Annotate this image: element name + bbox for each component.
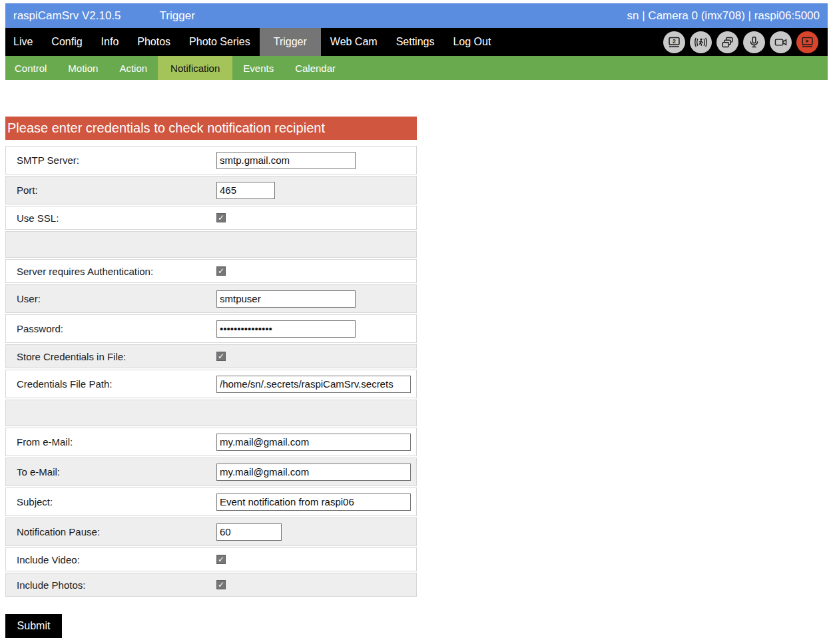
store-credentials-label: Store Credentials in File: <box>17 351 216 362</box>
user-label: User: <box>17 293 216 304</box>
subject-label: Subject: <box>17 496 216 507</box>
to-email-label: To e-Mail: <box>17 466 216 478</box>
subnav-item-calendar[interactable]: Calendar <box>284 56 346 80</box>
motion-detection-icon <box>690 31 712 53</box>
use-ssl-label: Use SSL: <box>17 212 216 224</box>
notification-settings-table: SMTP Server: Port: Use SSL: Server requi… <box>5 146 417 597</box>
notification-pause-input[interactable] <box>216 523 282 541</box>
from-email-input[interactable] <box>216 434 411 451</box>
include-video-label: Include Video: <box>17 554 216 565</box>
from-email-label: From e-Mail: <box>17 436 216 448</box>
to-email-input[interactable] <box>216 464 411 481</box>
smtp-server-label: SMTP Server: <box>17 155 216 166</box>
table-row: To e-Mail: <box>5 458 417 486</box>
table-row: User: <box>5 284 417 313</box>
table-row: Use SSL: <box>5 206 417 230</box>
password-input[interactable] <box>216 320 356 338</box>
use-ssl-checkbox[interactable] <box>216 213 226 222</box>
video-camera-icon <box>770 31 792 53</box>
title-bar: raspiCamSrv V2.10.5 Trigger sn | Camera … <box>5 3 828 28</box>
smtp-server-input[interactable] <box>216 152 356 169</box>
nav-item-log-out[interactable]: Log Out <box>443 28 500 56</box>
credentials-path-label: Credentials File Path: <box>17 378 216 390</box>
table-row: SMTP Server: <box>5 146 417 174</box>
nav-item-live[interactable]: Live <box>5 28 42 56</box>
nav-item-web-cam[interactable]: Web Cam <box>321 28 387 56</box>
include-photos-label: Include Photos: <box>17 579 216 591</box>
subject-input[interactable] <box>216 493 411 511</box>
nav-item-photos[interactable]: Photos <box>128 28 180 56</box>
subnav-item-control[interactable]: Control <box>5 56 57 80</box>
form-header-message: Please enter credentials to check notifi… <box>5 117 417 140</box>
table-row: Include Video: <box>5 547 417 571</box>
subnav-item-notification[interactable]: Notification <box>158 56 232 80</box>
port-label: Port: <box>17 184 216 196</box>
notification-form: Please enter credentials to check notifi… <box>5 117 417 638</box>
table-row: From e-Mail: <box>5 428 417 456</box>
second-display-icon: 2 <box>663 31 685 53</box>
nav-item-info[interactable]: Info <box>92 28 129 56</box>
table-row: Server requires Authentication: <box>5 259 417 283</box>
subnav-item-action[interactable]: Action <box>109 56 158 80</box>
nav-item-trigger[interactable]: Trigger <box>260 28 321 56</box>
user-input[interactable] <box>216 290 356 308</box>
table-row: Credentials File Path: <box>5 370 417 398</box>
live-stream-icon <box>796 31 818 53</box>
nav-item-settings[interactable]: Settings <box>387 28 444 56</box>
spacer-row <box>5 231 417 258</box>
table-row: Password: <box>5 314 417 343</box>
table-row: Notification Pause: <box>5 517 417 546</box>
server-auth-checkbox[interactable] <box>216 266 226 276</box>
svg-text:2: 2 <box>673 37 676 44</box>
submit-button[interactable]: Submit <box>5 614 62 638</box>
server-auth-label: Server requires Authentication: <box>17 266 216 277</box>
store-credentials-checkbox[interactable] <box>216 352 226 361</box>
nav-item-config[interactable]: Config <box>42 28 91 56</box>
status-icons: 2 <box>663 28 828 56</box>
nav-item-photo-series[interactable]: Photo Series <box>180 28 260 56</box>
spacer-row <box>5 400 417 426</box>
table-row: Include Photos: <box>5 573 417 597</box>
main-nav: Live Config Info Photos Photo Series Tri… <box>5 28 828 56</box>
trigger-subnav: Control Motion Action Notification Event… <box>5 56 828 80</box>
include-photos-checkbox[interactable] <box>216 580 226 589</box>
page-title: Trigger <box>160 9 195 23</box>
photo-series-icon <box>716 31 738 53</box>
table-row: Port: <box>5 176 417 204</box>
port-input[interactable] <box>216 182 275 199</box>
include-video-checkbox[interactable] <box>216 555 226 564</box>
password-label: Password: <box>17 323 216 334</box>
subnav-item-motion[interactable]: Motion <box>57 56 109 80</box>
credentials-path-input[interactable] <box>216 376 411 393</box>
notification-pause-label: Notification Pause: <box>17 526 216 537</box>
app-title: raspiCamSrv V2.10.5 <box>13 9 121 23</box>
microphone-icon <box>743 31 765 53</box>
camera-status: sn | Camera 0 (imx708) | raspi06:5000 <box>627 9 820 23</box>
table-row: Subject: <box>5 487 417 516</box>
table-row: Store Credentials in File: <box>5 344 417 368</box>
subnav-item-events[interactable]: Events <box>232 56 284 80</box>
